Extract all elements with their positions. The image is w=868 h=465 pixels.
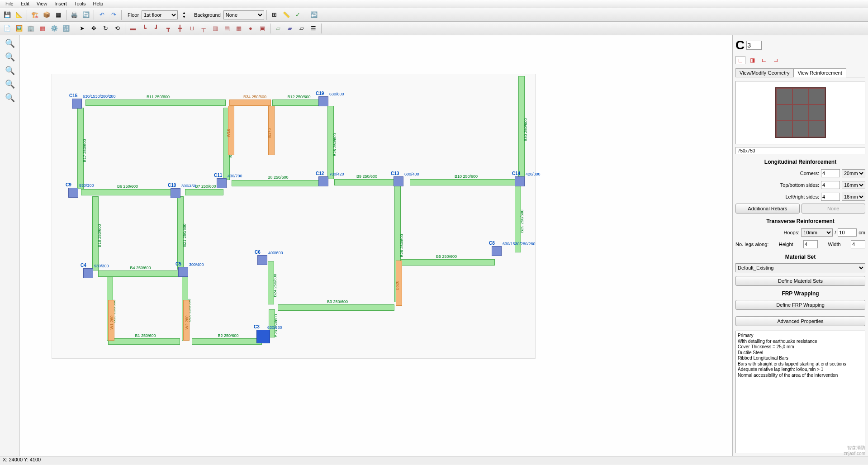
frp-title: FRP Wrapping [735,290,865,297]
zoom-prev-icon[interactable]: 🔍 [4,92,16,103]
section-dim: 750x750 [735,147,865,154]
element-prefix: C [735,38,745,52]
rotate-icon[interactable]: ↻ [100,23,111,34]
hoops-dia[interactable]: 10mm [801,228,833,237]
status-bar: X: 24000 Y: 4100 [0,456,868,464]
menu-insert[interactable]: Insert [51,0,71,8]
zoom-extents-icon[interactable]: 🔍 [4,79,16,90]
pointer-icon[interactable]: ➤ [76,23,87,34]
corners-label: Corners: [800,171,819,176]
tb-dia[interactable]: 16mm [842,181,865,189]
refresh-icon[interactable]: 🔄 [81,9,91,20]
notes-box: PrimaryWith detailing for earthquake res… [735,331,865,453]
menu-view[interactable]: View [33,0,51,8]
long-title: Longitudinal Reinforcement [735,159,865,165]
legs-height[interactable] [803,240,818,248]
tb-input[interactable] [821,181,840,189]
bg-select[interactable]: None [223,10,264,19]
col-l2-icon[interactable]: ┛ [151,23,162,34]
jacket-2-icon[interactable]: ⊏ [759,56,769,64]
col-z3-icon[interactable]: ▦ [233,23,244,34]
col-plus-icon[interactable]: ╋ [175,23,185,34]
col-rect-icon[interactable]: ▬ [128,23,138,34]
col-poly-icon[interactable]: ▣ [257,23,268,34]
redo-icon[interactable]: ↷ [108,9,119,20]
col-circ-icon[interactable]: ● [245,23,256,34]
height-label: Height [779,242,793,247]
undo-icon[interactable]: ↶ [96,9,107,20]
gear-icon[interactable]: ⚙️ [49,23,60,34]
dims-icon[interactable]: 📏 [281,9,292,20]
watermark: 智森消防znjaxf.com [844,445,865,456]
lr-input[interactable] [821,193,840,201]
trans-title: Transverse Reinforcement [735,218,865,224]
jacket-1-icon[interactable]: ◨ [747,56,757,64]
grid-icon[interactable]: ▦ [53,9,64,20]
properties-panel: C ◻ ◨ ⊏ ⊐ View/Modify Geometry View Rein… [732,35,868,456]
slab2-icon[interactable]: ▰ [285,23,295,34]
advanced-props-button[interactable]: Advanced Properties [735,316,865,326]
menu-help[interactable]: Help [90,0,107,8]
cm-label: cm [859,230,865,235]
legs-width[interactable] [851,240,865,248]
print-icon[interactable]: 🖨️ [69,9,80,20]
col-t-icon[interactable]: ┳ [163,23,174,34]
define-materials-button[interactable]: Define Material Sets [735,276,865,286]
floor-up-icon[interactable]: ▲▼ [179,9,190,20]
jacket-none-icon[interactable]: ◻ [735,56,745,64]
floor-label: Floor [128,12,139,18]
slash: / [835,230,836,235]
tab-geometry[interactable]: View/Modify Geometry [735,68,793,77]
stairs-icon[interactable]: ☰ [308,23,319,34]
mat-title: Material Set [735,254,865,260]
menu-bar: File Edit View Insert Tools Help [0,0,868,8]
hoops-spacing[interactable] [838,228,857,237]
zoom-out-icon[interactable]: 🔍 [4,52,16,62]
zoom-toolbar: 🔍 🔍 🔍 🔍 🔍 [0,35,20,456]
menu-edit[interactable]: Edit [17,0,33,8]
tab-reinforcement[interactable]: View Reinforcement [793,68,846,77]
lr-dia[interactable]: 16mm [842,193,865,201]
width-label: Width [828,242,840,247]
hoops-label: Hoops: [783,230,799,235]
floor-select[interactable]: 1st floor [142,10,178,19]
col-z2-icon[interactable]: ▤ [222,23,232,34]
save-icon[interactable]: 💾 [2,9,13,20]
col-z-icon[interactable]: ▥ [210,23,221,34]
legs-label: No. legs along: [735,242,768,247]
export-dwg-icon[interactable]: 📐 [14,9,24,20]
col-u-icon[interactable]: ⊔ [186,23,197,34]
snap-icon[interactable]: ⊞ [269,9,280,20]
corners-dia[interactable]: 20mm [842,169,865,177]
define-frp-button[interactable]: Define FRP Wrapping [735,300,865,310]
menu-tools[interactable]: Tools [71,0,90,8]
element-id-input[interactable] [746,41,762,50]
box-icon[interactable]: 📦 [41,9,52,20]
corners-input[interactable] [821,169,840,177]
pic-icon[interactable]: 🖼️ [14,23,24,34]
toolbar-insert: 📄 🖼️ 🏢 ▦ ⚙️ 🔢 ➤ ✥ ↻ ⟲ ▬ ┗ ┛ ┳ ╋ ⊔ ┬ ▥ ▤ … [0,22,868,35]
new-building-icon[interactable]: 🏗️ [29,9,40,20]
tb-label: Top/bottom sides: [780,182,819,188]
slab3-icon[interactable]: ▱ [296,23,307,34]
material-select[interactable]: Default_Existing [735,263,865,272]
dwg-icon[interactable]: 📄 [2,23,13,34]
check-icon[interactable]: ✓ [293,9,304,20]
lr-label: Left/right sides: [785,194,819,199]
toolbar-main: 💾 📐 🏗️ 📦 ▦ 🖨️ 🔄 ↶ ↷ Floor 1st floor ▲▼ B… [0,8,868,22]
col-t2-icon[interactable]: ┬ [198,23,209,34]
mirror-icon[interactable]: ⟲ [112,23,123,34]
quit-icon[interactable]: ↩️ [308,9,319,20]
jacket-3-icon[interactable]: ⊐ [771,56,781,64]
col-l-icon[interactable]: ┗ [139,23,150,34]
plan-canvas[interactable]: B11 250/600B12 250/600B6 250/600B7 250/6… [20,35,732,456]
zoom-in-icon[interactable]: 🔍 [4,38,16,49]
redgrid-icon[interactable]: ▦ [37,23,48,34]
menu-file[interactable]: File [2,0,17,8]
calc-icon[interactable]: 🔢 [61,23,71,34]
slab1-icon[interactable]: ▱ [273,23,284,34]
zoom-window-icon[interactable]: 🔍 [4,65,16,76]
move-icon[interactable]: ✥ [88,23,99,34]
additional-rebars-button[interactable]: Additional Rebars [735,204,800,214]
building-icon[interactable]: 🏢 [25,23,36,34]
